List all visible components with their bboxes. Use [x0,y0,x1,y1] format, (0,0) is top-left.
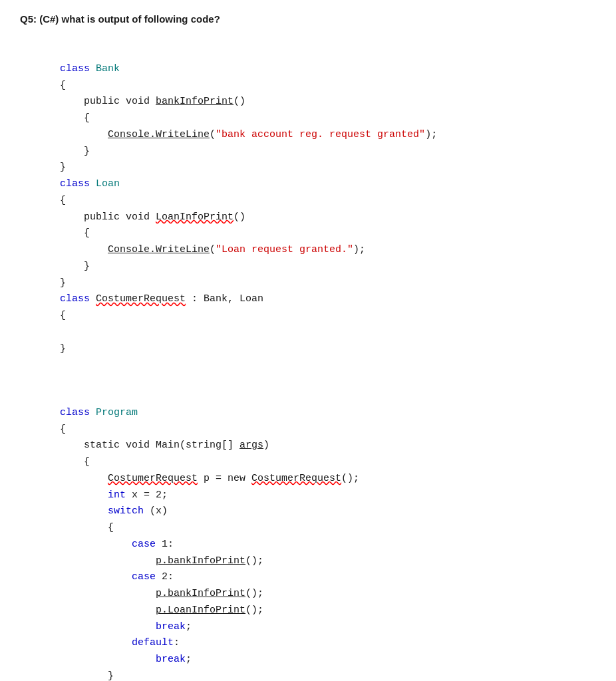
code-block-program: class Program { static void Main(string[… [20,388,596,681]
question-header: Q5: (C#) what is output of following cod… [20,13,596,25]
code-block: class Bank { public void bankInfoPrint()… [20,45,596,374]
